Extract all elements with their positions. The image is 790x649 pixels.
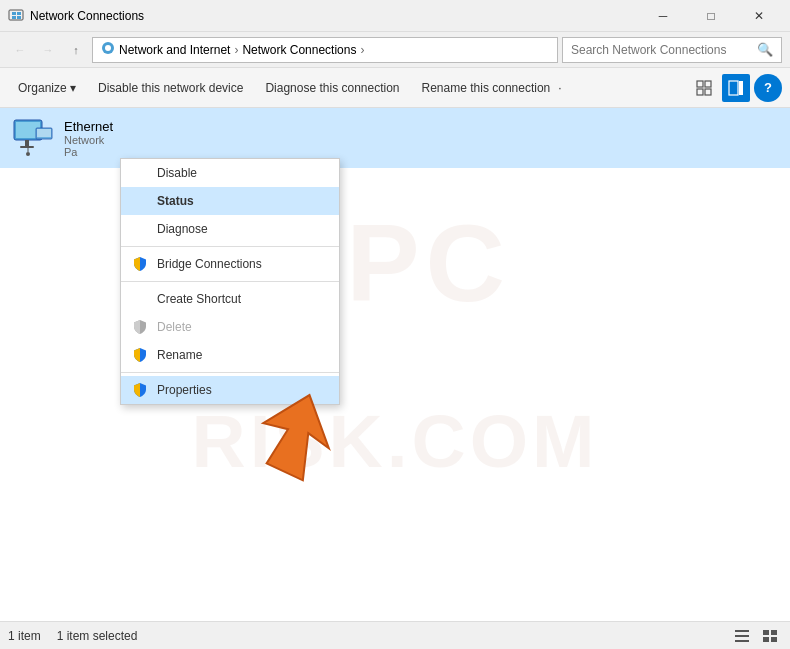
- list-view-button[interactable]: [730, 624, 754, 648]
- path-part1: Network and Internet: [119, 43, 230, 57]
- ctx-create-shortcut[interactable]: Create Shortcut: [121, 285, 339, 313]
- address-bar: ← → ↑ Network and Internet › Network Con…: [0, 32, 790, 68]
- address-path[interactable]: Network and Internet › Network Connectio…: [92, 37, 558, 63]
- detail-view-icon: [762, 628, 778, 644]
- svg-rect-8: [705, 81, 711, 87]
- svg-rect-25: [763, 630, 769, 635]
- svg-rect-9: [697, 89, 703, 95]
- svg-rect-24: [735, 640, 749, 642]
- shield-icon-bridge: [131, 255, 149, 273]
- ctx-separator-2: [121, 281, 339, 282]
- ethernet-item[interactable]: Ethernet Network Pa: [0, 108, 790, 168]
- view-layout-icon: [696, 80, 712, 96]
- svg-rect-15: [25, 140, 29, 146]
- maximize-button[interactable]: □: [688, 0, 734, 32]
- context-menu: Disable Status Diagnose Bridge Connectio…: [120, 158, 340, 405]
- ethernet-status: Pa: [64, 146, 782, 158]
- shield-icon-properties: [131, 381, 149, 399]
- svg-rect-7: [697, 81, 703, 87]
- svg-rect-1: [12, 12, 16, 15]
- svg-rect-11: [729, 81, 738, 95]
- watermark-line2: RISK.COM: [192, 398, 599, 484]
- ctx-disable[interactable]: Disable: [121, 159, 339, 187]
- path-part2: Network Connections: [242, 43, 356, 57]
- search-icon: 🔍: [757, 42, 773, 57]
- svg-rect-3: [12, 16, 16, 19]
- path-sep1: ›: [234, 43, 238, 57]
- svg-rect-28: [771, 637, 777, 642]
- toolbar: Organize ▾ Disable this network device D…: [0, 68, 790, 108]
- ethernet-name: Ethernet: [64, 119, 782, 134]
- ctx-rename[interactable]: Rename: [121, 341, 339, 369]
- preview-pane-button[interactable]: [722, 74, 750, 102]
- ethernet-icon: [8, 114, 56, 162]
- ctx-bridge[interactable]: Bridge Connections: [121, 250, 339, 278]
- svg-rect-23: [735, 635, 749, 637]
- help-button[interactable]: ?: [754, 74, 782, 102]
- window-controls: ─ □ ✕: [640, 0, 782, 32]
- shield-icon-rename: [131, 346, 149, 364]
- svg-rect-10: [705, 89, 711, 95]
- disable-button[interactable]: Disable this network device: [88, 72, 253, 104]
- window-icon: [8, 8, 24, 24]
- view-layout-button[interactable]: [690, 74, 718, 102]
- up-button[interactable]: ↑: [64, 38, 88, 62]
- close-button[interactable]: ✕: [736, 0, 782, 32]
- path-sep2: ›: [360, 43, 364, 57]
- back-button[interactable]: ←: [8, 38, 32, 62]
- ctx-separator-3: [121, 372, 339, 373]
- ctx-delete: Delete: [121, 313, 339, 341]
- svg-rect-2: [17, 12, 21, 15]
- ctx-separator-1: [121, 246, 339, 247]
- svg-rect-22: [735, 630, 749, 632]
- search-box[interactable]: 🔍: [562, 37, 782, 63]
- toolbar-right: ?: [690, 74, 782, 102]
- svg-rect-26: [771, 630, 777, 635]
- svg-rect-4: [17, 16, 21, 19]
- ctx-properties[interactable]: Properties: [121, 376, 339, 404]
- preview-pane-icon: [728, 80, 744, 96]
- svg-rect-27: [763, 637, 769, 642]
- svg-point-20: [26, 152, 30, 156]
- ctx-diagnose[interactable]: Diagnose: [121, 215, 339, 243]
- organize-button[interactable]: Organize ▾: [8, 72, 86, 104]
- item-count: 1 item: [8, 629, 41, 643]
- item-selected: 1 item selected: [57, 629, 138, 643]
- diagnose-button[interactable]: Diagnose this connection: [255, 72, 409, 104]
- ethernet-info: Ethernet Network Pa: [64, 119, 782, 158]
- status-right: [730, 624, 782, 648]
- list-view-icon: [734, 628, 750, 644]
- forward-button[interactable]: →: [36, 38, 60, 62]
- detail-view-button[interactable]: [758, 624, 782, 648]
- window-title: Network Connections: [30, 9, 640, 23]
- rename-button[interactable]: Rename this connection ·: [412, 72, 572, 104]
- shield-icon-delete: [131, 318, 149, 336]
- svg-rect-12: [739, 81, 743, 95]
- minimize-button[interactable]: ─: [640, 0, 686, 32]
- svg-point-6: [105, 45, 111, 51]
- ethernet-type: Network: [64, 134, 782, 146]
- ctx-status[interactable]: Status: [121, 187, 339, 215]
- svg-rect-18: [37, 129, 51, 137]
- main-content: 9PC RISK.COM Ethernet Network Pa: [0, 108, 790, 621]
- path-icon: [101, 41, 115, 58]
- status-bar: 1 item 1 item selected: [0, 621, 790, 649]
- svg-rect-16: [20, 146, 34, 148]
- search-input[interactable]: [571, 43, 753, 57]
- title-bar: Network Connections ─ □ ✕: [0, 0, 790, 32]
